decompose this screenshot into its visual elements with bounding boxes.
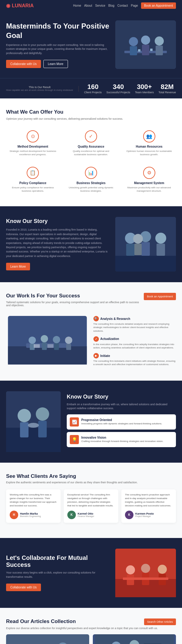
svg-rect-5 (142, 45, 149, 55)
offer-item-desc: Strategic method development for busines… (9, 149, 57, 156)
articles-grid: Marketing Latest Insights Into Modern Ma… (6, 634, 176, 644)
quality-assurance-icon: ✓ (85, 130, 97, 142)
svg-point-29 (65, 337, 72, 344)
offer-item-title: Policy Compliance (9, 181, 57, 185)
svg-rect-8 (138, 49, 140, 52)
svg-point-23 (29, 337, 36, 344)
svg-point-44 (141, 564, 150, 573)
svg-rect-31 (34, 344, 40, 348)
nav-page[interactable]: Page (131, 4, 138, 7)
svg-rect-30 (66, 344, 71, 350)
work-item-initiate: ▶ Initiate The consulting firm kickstart… (93, 353, 176, 366)
story2-title: Know Our Story (67, 394, 176, 400)
svg-rect-38 (38, 421, 47, 437)
svg-rect-14 (141, 242, 150, 256)
articles-title: Read Our Articles Collection (6, 618, 76, 625)
svg-point-15 (155, 233, 166, 244)
nav-contact[interactable]: Contact (117, 4, 128, 7)
actualization-icon: ✓ (93, 336, 99, 342)
work-image-container (6, 316, 89, 370)
hero-illustration (115, 20, 176, 69)
offer-item-desc: Unlocking growth potential using dynamic… (67, 186, 115, 193)
work-header-text: Our Work Is For Your Success Tailored sy… (6, 293, 144, 311)
hero-text: Masterminds To Your Positive Goal Experi… (6, 21, 115, 68)
testimonial-card-3: The consulting team's proactive approach… (121, 489, 176, 523)
offer-item-desc: Maximize productivity with our advanced … (125, 186, 173, 193)
offer-item-title: Human Resources (125, 145, 173, 148)
collaborate-title: Let's Collaborate For Mutual Success (6, 554, 109, 568)
hero-learn-button[interactable]: Learn More (43, 60, 68, 68)
testimonial-author-2: K Karmel Otto Finance Manager (67, 511, 115, 519)
testimonial-card-1: Working with this consulting firm was a … (6, 489, 61, 523)
nav-home[interactable]: Home (73, 4, 81, 7)
testimonials-section: See What Clients Are Saying Explore the … (0, 463, 182, 538)
offer-item-hr: 👥 Human Resources Optimize human resourc… (122, 127, 176, 159)
analysis-icon: 🔍 (93, 316, 99, 321)
testimonials-grid: Working with this consulting firm was a … (6, 489, 176, 523)
article-image-1 (6, 634, 89, 644)
offer-item-title: Business Strategies (67, 181, 115, 185)
svg-rect-32 (47, 344, 53, 348)
stat-team-members: 300+ Team Members (135, 83, 154, 94)
svg-point-46 (158, 565, 167, 574)
innovative-vision-icon: 💡 (70, 435, 79, 444)
stat-result-label: This Is Our Result How capable we are at… (6, 86, 73, 91)
work-item-analysis: 🔍 Analysis & Research The consulting fir… (93, 316, 176, 333)
articles-header: Read Our Articles Collection Search Othe… (6, 618, 176, 625)
svg-rect-16 (157, 244, 165, 256)
article-card-1: Marketing Latest Insights Into Modern Ma… (6, 634, 89, 644)
collaborate-image (115, 549, 176, 597)
nav-appointment-button[interactable]: Book an Appointment (141, 2, 176, 9)
article-image-2 (93, 634, 176, 644)
nav-service[interactable]: Service (95, 4, 105, 7)
offer-item-method: ⊙ Method Development Strategic method de… (6, 127, 60, 159)
collaborate-section: Let's Collaborate For Mutual Success You… (0, 538, 182, 608)
svg-point-17 (133, 234, 143, 244)
offer-item-desc: Ensure policy compliance for seamless bu… (9, 186, 57, 193)
stat-successful-projects: 340 Successful Projects (106, 83, 130, 94)
testimonial-author-3: K Karmen Posto Project Manager (125, 511, 172, 519)
hero-section: Masterminds To Your Positive Goal Experi… (0, 11, 182, 78)
hero-collaborate-button[interactable]: Collaborate with Us (6, 60, 41, 68)
svg-point-25 (41, 335, 48, 342)
work-section: Our Work Is For Your Success Tailored sy… (0, 282, 182, 380)
hero-buttons: Collaborate with Us Learn More (6, 60, 111, 68)
hero-image (115, 20, 176, 69)
offer-item-strategy: 📊 Business Strategies Unlocking growth p… (64, 164, 118, 196)
search-articles-button[interactable]: Search Other Articles (144, 618, 176, 625)
offer-title: What We Can Offer You (6, 109, 176, 115)
articles-section: Read Our Articles Collection Search Othe… (0, 608, 182, 644)
offer-item-management: ⚙ Management System Maximize productivit… (122, 164, 176, 196)
testimonial-author-1: H Hamlin Marka Biometric Engineering (10, 511, 57, 519)
offer-grid: ⊙ Method Development Strategic method de… (6, 127, 176, 196)
offer-subtitle: Optimize your journey with our consultin… (6, 117, 176, 121)
work-appointment-button[interactable]: Book an Appointment (144, 293, 176, 300)
stat-total-revenue: 82M Total Revenue (158, 83, 176, 94)
nav-blog[interactable]: Blog (108, 4, 114, 7)
svg-point-35 (18, 409, 31, 422)
collaborate-button[interactable]: Collaborate with Us (6, 584, 41, 591)
offer-item-quality: ✓ Quality Assurance Quality excellence f… (64, 127, 118, 159)
policy-compliance-icon: 📋 (27, 167, 39, 179)
offer-item-title: Management System (125, 181, 173, 185)
nav-about[interactable]: About (84, 4, 92, 7)
story1-section: Know Our Story Founded in 2010, Lunaria … (0, 206, 182, 282)
collaborate-description: Your success story begins with a click, … (6, 571, 109, 579)
svg-point-27 (53, 336, 60, 343)
hero-description: Experience a rise in your pursuits with … (6, 43, 111, 56)
offer-item-desc: Quality excellence for optimal and susta… (67, 149, 115, 156)
testimonials-subtitle: Explore the authentic sentiments and exp… (6, 481, 176, 484)
story1-description: Founded in 2010, Lunaria is a leading we… (6, 228, 109, 258)
svg-rect-19 (115, 256, 176, 272)
story2-text: Know Our Story Embark on a transformativ… (67, 394, 176, 450)
story1-learn-button[interactable]: Learn More (6, 263, 30, 270)
svg-rect-49 (8, 634, 87, 644)
svg-point-6 (155, 36, 164, 46)
story2-image (6, 391, 61, 452)
svg-point-2 (129, 37, 138, 46)
collaborate-text: Let's Collaborate For Mutual Success You… (6, 554, 109, 591)
svg-rect-3 (130, 46, 137, 55)
svg-rect-26 (42, 342, 47, 350)
svg-point-37 (36, 407, 49, 421)
work-item-actualization: ✓ Actualization In the execution phase, … (93, 336, 176, 349)
